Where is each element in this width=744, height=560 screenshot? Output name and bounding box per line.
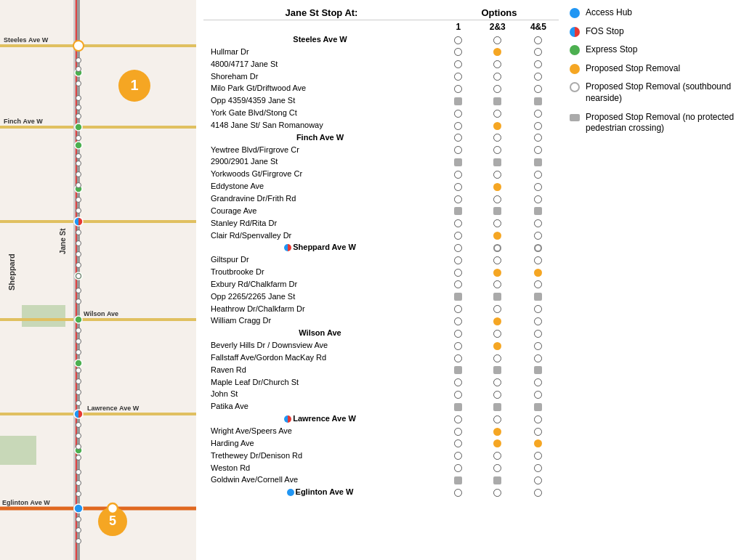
proposed-southbound-label: Proposed Stop Removal (southbound nearsi… [586,81,737,104]
circle-icon [493,195,501,203]
stop-symbol-cell [477,450,518,462]
stop-name-cell: Weston Rd [203,462,440,474]
access-hub-label: Access Hub [586,7,632,19]
table-row: Shoreham Dr [203,70,559,83]
circle-icon [493,464,501,472]
circle-icon [534,342,542,350]
stop-symbol-cell [477,155,518,168]
square-icon [493,207,501,215]
stop-symbol-cell [477,82,518,94]
filled-circle-icon [493,342,501,350]
stop-symbol-cell [477,462,518,474]
access-hub-icon [570,8,580,18]
stop-symbol-cell [518,450,559,462]
table-row: Goldwin Ave/Cornell Ave [203,474,559,486]
square-icon [454,476,462,484]
legend-proposed-no-crossing: Proposed Stop Removal (no protected pede… [570,112,737,134]
table-area: Jane St Stop At: Options 1 2&3 4&5 Steel… [196,0,559,560]
blue-inline-icon [287,489,294,496]
stop-symbol-cell [518,291,559,303]
stop-symbol-cell [518,253,559,266]
square-icon [454,293,462,301]
circle-icon [454,36,462,44]
square-icon [493,403,501,411]
stop-symbol-cell [477,94,518,107]
stop-symbol-cell [440,352,477,364]
table-row: Weston Rd [203,462,559,474]
table-row: Wright Ave/Speers Ave [203,425,559,437]
circle-icon [454,342,462,350]
col-option3: 4&5 [518,20,559,34]
circle-icon [534,232,542,240]
circle-icon [534,36,542,44]
table-row: Sheppard Ave W [203,241,559,253]
stop-symbol-cell [440,119,477,131]
square-icon [454,403,462,411]
stop-symbol-cell [477,278,518,291]
stop-name-cell: 2900/2901 Jane St [203,155,440,168]
stop-symbol-cell [518,425,559,437]
table-header-options: Options [440,6,559,20]
stop-symbol-cell [518,107,559,119]
stop-symbol-cell [440,376,477,389]
circle-icon [454,134,462,142]
square-icon [534,158,542,166]
stop-name-cell: Exbury Rd/Chalkfarm Dr [203,278,440,291]
table-row: 2900/2901 Jane St [203,155,559,168]
stop-symbol-cell [518,486,559,498]
table-row: Lawrence Ave W [203,413,559,425]
stop-symbol-cell [477,144,518,156]
stop-symbol-cell [440,425,477,437]
circle-icon [493,378,501,386]
table-row: 4800/4717 Jane St [203,58,559,70]
stop-name-cell: Milo Park Gt/Driftwood Ave [203,82,440,94]
legend-proposed-removal: Proposed Stop Removal [570,63,737,75]
stop-symbol-cell [518,230,559,242]
stop-symbol-cell [477,376,518,389]
stop-symbol-cell [477,241,518,253]
circle-icon [454,256,462,264]
stop-name-cell: Maple Leaf Dr/Church St [203,376,440,389]
filled-circle-icon [493,48,501,56]
stop-symbol-cell [477,315,518,327]
table-row: Clair Rd/Spenvalley Dr [203,230,559,242]
circle-icon [454,48,462,56]
stop-name-cell: Opp 2265/2265 Jane St [203,291,440,303]
stop-symbol-cell [440,474,477,486]
stop-symbol-cell [440,291,477,303]
stop-symbol-cell [518,327,559,339]
ring-icon [493,244,501,252]
stop-symbol-cell [440,168,477,180]
stop-symbol-cell [440,46,477,58]
stop-symbol-cell [440,230,477,242]
table-row: Stanley Rd/Rita Dr [203,217,559,230]
stop-symbol-cell [477,352,518,364]
stop-name-cell: 4800/4717 Jane St [203,58,440,70]
stop-symbol-cell [477,107,518,119]
filled-circle-icon [493,232,501,240]
square-icon [454,207,462,215]
proposed-no-crossing-label: Proposed Stop Removal (no protected pede… [586,112,737,134]
table-row: Trethewey Dr/Denison Rd [203,450,559,462]
table-header-stop: Jane St Stop At: [203,6,440,20]
circle-icon [534,122,542,130]
circle-icon [534,73,542,81]
stop-symbol-cell [477,291,518,303]
circle-icon [454,171,462,179]
table-row: Finch Ave W [203,131,559,144]
stop-symbol-cell [440,400,477,413]
circle-icon [454,269,462,277]
stop-symbol-cell [440,413,477,425]
col-option2: 2&3 [477,20,518,34]
circle-icon [454,232,462,240]
stop-name-cell: Raven Rd [203,364,440,376]
express-stop-icon [570,45,580,55]
circle-icon [454,330,462,338]
circle-icon [454,489,462,497]
table-row: Yorkwoods Gt/Firgrove Cr [203,168,559,180]
stop-symbol-cell [477,425,518,437]
circle-icon [493,305,501,313]
fos-inline-icon [284,244,291,251]
circle-icon [493,354,501,362]
stop-symbol-cell [477,413,518,425]
